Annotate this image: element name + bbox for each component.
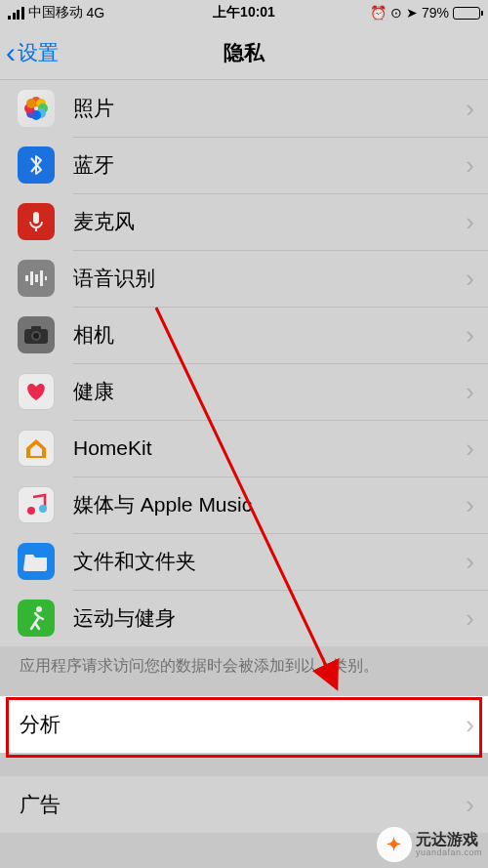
nav-header: ‹ 设置 隐私 — [0, 25, 488, 80]
list-item-speech[interactable]: 语音识别 › — [0, 250, 488, 307]
chevron-right-icon: › — [466, 207, 488, 237]
health-icon — [18, 373, 55, 410]
list-item-advertising[interactable]: 广告 › — [0, 776, 488, 833]
watermark-url: yuandafan.com — [416, 848, 482, 858]
list-footer: 应用程序请求访问您的数据时会被添加到以上类别。 — [0, 646, 488, 696]
item-label: 蓝牙 — [73, 151, 466, 179]
item-label: 广告 — [20, 791, 466, 818]
music-icon — [18, 486, 55, 523]
page-title: 隐私 — [224, 39, 264, 66]
svg-rect-11 — [35, 274, 38, 282]
svg-rect-9 — [25, 275, 28, 281]
item-label: 媒体与 Apple Music — [73, 491, 466, 518]
item-label: 麦克风 — [73, 208, 466, 235]
item-label: 相机 — [73, 321, 466, 349]
carrier-label: 中国移动 — [28, 4, 83, 21]
spacer — [0, 753, 488, 776]
list-item-analytics[interactable]: 分析 › — [0, 696, 488, 753]
watermark-title: 元达游戏 — [416, 831, 482, 848]
watermark-logo-icon: ✦ — [377, 827, 412, 862]
status-left: 中国移动 4G — [8, 4, 104, 21]
battery-pct: 79% — [422, 5, 449, 21]
advertising-section: 广告 › — [0, 776, 488, 833]
svg-rect-13 — [45, 276, 47, 280]
battery-icon — [453, 7, 480, 20]
svg-point-7 — [26, 99, 36, 108]
chevron-left-icon: ‹ — [6, 38, 16, 67]
item-label: HomeKit — [73, 436, 466, 460]
svg-point-20 — [36, 606, 42, 612]
list-item-microphone[interactable]: 麦克风 › — [0, 193, 488, 250]
activity-icon — [18, 599, 55, 637]
item-label: 照片 — [73, 95, 466, 122]
chevron-right-icon: › — [466, 377, 488, 407]
status-right: ⏰ ⊙ ➤ 79% — [370, 5, 480, 21]
privacy-list: 照片 › 蓝牙 › 麦克风 › 语音识别 › 相机 › 健康 › — [0, 80, 488, 646]
lock-icon: ⊙ — [390, 5, 402, 21]
item-label: 文件和文件夹 — [73, 548, 466, 575]
camera-icon — [18, 316, 55, 353]
chevron-right-icon: › — [466, 320, 488, 351]
list-item-camera[interactable]: 相机 › — [0, 307, 488, 363]
chevron-right-icon: › — [466, 547, 488, 577]
status-time: 上午10:01 — [213, 4, 275, 21]
location-icon: ➤ — [406, 5, 418, 21]
bluetooth-icon — [18, 146, 55, 184]
back-button[interactable]: ‹ 设置 — [6, 38, 59, 67]
svg-point-19 — [39, 505, 47, 513]
list-item-homekit[interactable]: HomeKit › — [0, 420, 488, 476]
chevron-right-icon: › — [466, 790, 488, 820]
list-item-health[interactable]: 健康 › — [0, 363, 488, 420]
back-label: 设置 — [18, 39, 59, 66]
item-label: 语音识别 — [73, 265, 466, 292]
list-item-bluetooth[interactable]: 蓝牙 › — [0, 137, 488, 193]
item-label: 分析 — [20, 711, 466, 738]
speech-icon — [18, 260, 55, 297]
microphone-icon — [18, 203, 55, 240]
photos-icon — [18, 90, 55, 127]
chevron-right-icon: › — [466, 150, 488, 181]
svg-rect-15 — [31, 326, 41, 331]
chevron-right-icon: › — [466, 434, 488, 464]
item-label: 健康 — [73, 378, 466, 405]
alarm-icon: ⏰ — [370, 5, 386, 21]
signal-icon — [8, 7, 24, 20]
svg-rect-8 — [33, 212, 39, 224]
chevron-right-icon: › — [466, 94, 488, 124]
analytics-section: 分析 › — [0, 696, 488, 753]
chevron-right-icon: › — [466, 490, 488, 520]
home-icon — [18, 430, 55, 467]
chevron-right-icon: › — [466, 603, 488, 634]
list-item-photos[interactable]: 照片 › — [0, 80, 488, 137]
list-item-motion[interactable]: 运动与健身 › — [0, 590, 488, 646]
list-item-files[interactable]: 文件和文件夹 › — [0, 533, 488, 590]
folder-icon — [18, 543, 55, 580]
svg-rect-12 — [40, 270, 43, 286]
chevron-right-icon: › — [466, 710, 488, 740]
svg-point-18 — [27, 507, 35, 515]
watermark: ✦ 元达游戏 yuandafan.com — [377, 827, 482, 862]
list-item-music[interactable]: 媒体与 Apple Music › — [0, 476, 488, 533]
network-label: 4G — [87, 5, 105, 21]
svg-point-17 — [33, 333, 39, 339]
status-bar: 中国移动 4G 上午10:01 ⏰ ⊙ ➤ 79% — [0, 0, 488, 25]
chevron-right-icon: › — [466, 264, 488, 294]
item-label: 运动与健身 — [73, 604, 466, 632]
svg-rect-10 — [30, 271, 33, 285]
